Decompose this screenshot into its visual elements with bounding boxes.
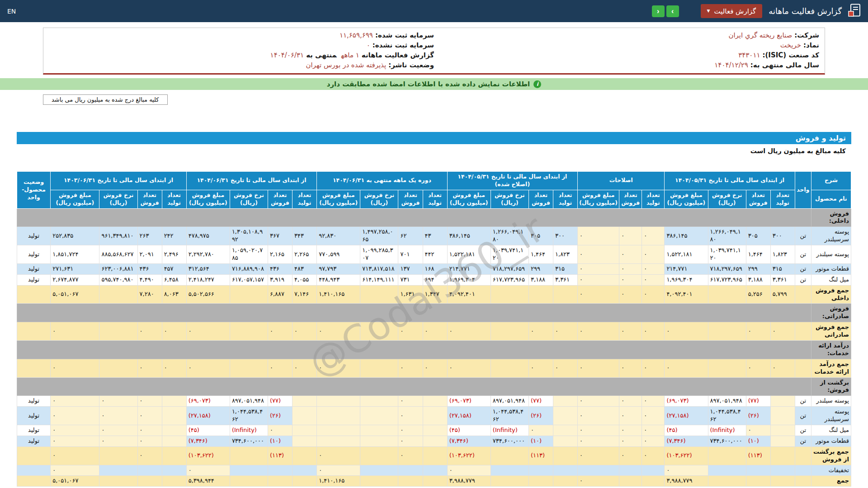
info-field: گزارش فعالیت ماهانه۱ ماههمنتهی به۱۴۰۴/۰۶… [49, 50, 434, 60]
value-cell: ۰ [398, 446, 423, 465]
value-cell [770, 396, 795, 407]
value-cell: ۳۶۷ [268, 227, 292, 245]
value-cell: ۵,۰۵۱,۰۶۷ [51, 476, 99, 487]
column-header: تعداد فروش [398, 190, 423, 208]
section-production-sales: تولید و فروش [17, 132, 851, 144]
value-cell: (۴۵) [665, 425, 708, 436]
column-group-header: از ابتدای سال مالی تا تاریخ ۱۴۰۳/۰۶/۳۱ [51, 172, 186, 190]
value-cell: (۷,۳۴۶) [665, 436, 708, 446]
alert-text: اطلاعات نمایش داده شده با اطلاعات امضا ش… [327, 80, 530, 88]
value-cell: ۱,۶۳۱ [398, 285, 423, 304]
total-row: جمع برگشت از فروش(۱۱۳)(۱۰۳,۶۲۲)۰۰۰(۱۱۳)(… [17, 446, 851, 465]
value-cell: ۲۵۲,۸۳۵ [51, 227, 99, 245]
value-cell: ۱,۹۶۹,۳۰۴ [665, 274, 708, 285]
value-cell: (۴۵) [186, 425, 230, 436]
value-cell [770, 476, 795, 487]
value-cell [770, 465, 795, 476]
value-cell: ۰ [642, 274, 665, 285]
section-row: فروش داخلی: [17, 208, 851, 227]
value-cell: ۴۵۷ [162, 263, 186, 274]
value-cell: ۰ [137, 322, 162, 341]
value-cell [423, 436, 447, 446]
value-cell: ۵,۳۹۸,۹۴۴ [186, 476, 230, 487]
value-cell: ۰ [292, 322, 317, 341]
value-cell [770, 446, 795, 465]
info-field: سال مالی منتهی به:۱۴۰۴/۱۲/۲۹ [434, 60, 819, 70]
value-cell: ۵۹۵,۷۴۰,۹۸۰ [99, 274, 137, 285]
value-cell: ۲۹۹ [746, 263, 770, 274]
value-cell: ۰ [619, 407, 642, 425]
value-cell [360, 476, 398, 487]
table-row: میل لنگتن۳,۳۶۱۳,۱۸۸۶۱۷,۷۲۳,۹۶۵۱,۹۶۹,۳۰۴۰… [17, 274, 851, 285]
value-cell [360, 322, 398, 341]
column-header: مبلغ فروش (میلیون ریال) [447, 190, 491, 208]
value-cell [292, 476, 317, 487]
value-cell: ۰ [51, 322, 99, 341]
row-label-cell: جمع فروش صادراتی [811, 322, 851, 341]
production-sales-table: شرحواحداز ابتدای سال مالی تا تاریخ ۱۴۰۴/… [17, 171, 851, 487]
value-cell [360, 425, 398, 436]
info-value: خریخت [780, 41, 801, 49]
prev-report-button[interactable]: ‹ [652, 5, 665, 17]
value-cell: ۰ [578, 263, 619, 274]
section-row: درآمد ارائه خدمات: [17, 340, 851, 359]
value-cell: ۶۹۴ [423, 274, 447, 285]
value-cell: ۸,۰۶۳ [162, 285, 186, 304]
section-label: فروش داخلی: [811, 208, 851, 227]
report-type-button[interactable]: گزارش فعالیت ▼ [701, 4, 763, 18]
value-cell: ۱,۳۴۷ [423, 285, 447, 304]
value-cell: ۴۷۸,۹۷۵ [186, 227, 230, 245]
row-label-cell: جمع فروش داخلی [811, 285, 851, 304]
info-label: شرکت: [794, 31, 819, 39]
total-row: جمع فروش صادراتی۰۰۰۰۰۰۰۰۰۰۰۰۰۰۰۰۰۰ [17, 322, 851, 341]
unit-cell: تن [795, 274, 811, 285]
info-label: سال مالی منتهی به: [750, 61, 819, 69]
value-cell: ۰ [578, 227, 619, 245]
next-report-button[interactable]: › [666, 5, 679, 17]
value-cell [360, 285, 398, 304]
value-cell: ۱,۵۲۲,۱۸۱ [665, 245, 708, 264]
value-cell: (Infinity) [491, 425, 528, 436]
info-value: ۰ [367, 41, 370, 49]
value-cell: (۲۷,۱۵۸) [186, 407, 230, 425]
value-cell: ۴,۰۵۵ [292, 274, 317, 285]
status-cell: تولید [17, 227, 51, 245]
value-cell: ۰ [642, 322, 665, 341]
value-cell: ۸۹۷,۰۵۱,۹۴۸ [708, 396, 746, 407]
info-value: صنایع ریخته گري ایران [728, 31, 792, 39]
value-cell: ۰ [770, 359, 795, 377]
value-cell: ۰ [317, 446, 360, 465]
value-cell: ۰ [746, 425, 770, 436]
column-group-header: اصلاحات [578, 172, 665, 190]
column-header: تعداد تولید [770, 190, 795, 208]
column-header: تعداد تولید [423, 190, 447, 208]
value-cell: ۱,۰۳۹,۷۴۱,۱۲۰ [708, 245, 746, 264]
section-label: برگشت از فروش: [811, 377, 851, 396]
value-cell: ۰ [746, 322, 770, 341]
value-cell: ۰ [268, 425, 292, 436]
info-box: شرکت:صنایع ریخته گري ایرانسرمایه ثبت شده… [43, 28, 825, 75]
row-label-cell: پوسته سرسیلندر [811, 227, 851, 245]
company-info-panel: شرکت:صنایع ریخته گري ایرانسرمایه ثبت شده… [43, 28, 825, 75]
value-cell [423, 396, 447, 407]
status-cell: تولید [17, 263, 51, 274]
value-cell: ۶۱۷,۷۲۳,۹۶۵ [708, 274, 746, 285]
value-cell [423, 425, 447, 436]
info-label: وضعیت ناشر: [388, 61, 434, 69]
value-cell: ۰ [619, 396, 642, 407]
value-cell [292, 425, 317, 436]
value-cell: ۰ [642, 359, 665, 377]
info-field: سرمایه ثبت نشده:۰ [49, 40, 434, 50]
value-cell [99, 446, 137, 465]
value-cell [423, 446, 447, 465]
language-toggle[interactable]: EN [7, 8, 16, 15]
value-cell: ۰ [292, 359, 317, 377]
value-cell: ۳,۹۸۸,۷۷۹ [447, 476, 491, 487]
value-cell: ۰ [317, 322, 360, 341]
status-cell [17, 285, 51, 304]
value-cell: ۴۳۶ [268, 263, 292, 274]
value-cell: ۶۱۷,۷۲۳,۹۶۵ [491, 274, 528, 285]
row-label-cell: جمع برگشت از فروش [811, 446, 851, 465]
value-cell: ۰ [528, 359, 553, 377]
value-cell: ۳۱۵ [770, 263, 795, 274]
